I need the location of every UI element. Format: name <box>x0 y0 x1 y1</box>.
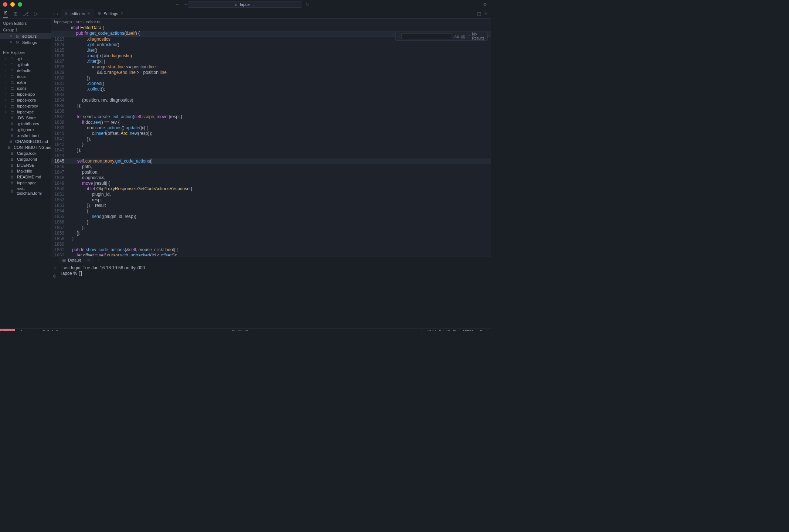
code-line[interactable]: 1842 } <box>51 142 491 147</box>
code-line[interactable]: 1841 }); <box>51 136 491 142</box>
open-editor-item[interactable]: ✕⚙Settings <box>0 39 51 45</box>
code-line[interactable]: 1827 .filter(|x| { <box>51 59 491 64</box>
code-line[interactable]: 1844 <box>51 153 491 158</box>
code-line[interactable]: 1861 pub fn show_code_actions(&self, mou… <box>51 247 491 253</box>
open-editor-item[interactable]: ✕🗎editor.rs <box>0 33 51 39</box>
code-line[interactable]: 1839 doc.code_actions().update(|c| { <box>51 125 491 131</box>
code-line[interactable]: 1857 }, <box>51 225 491 231</box>
code-line[interactable]: 1831 .cloned() <box>51 81 491 86</box>
folder-item[interactable]: ›🗀.github <box>0 62 51 68</box>
file-item[interactable]: 🗎CHANGELOG.md <box>0 139 51 144</box>
terminal-search-icon[interactable]: ⌕ <box>54 265 56 270</box>
close-window[interactable] <box>3 2 7 7</box>
code-line[interactable]: 1843 }); <box>51 147 491 153</box>
code-line[interactable]: 1837 let send = create_ext_action(self.s… <box>51 114 491 120</box>
folder-item[interactable]: ›🗀lapce-proxy <box>0 103 51 109</box>
file-item[interactable]: 🗎rust-toolchain.toml <box>0 186 51 196</box>
explorer-icon[interactable]: 🗎 <box>3 10 8 18</box>
tab-close-icon[interactable]: ✕ <box>120 11 123 16</box>
tab-prev[interactable]: ‹ <box>53 11 55 16</box>
whole-word-icon[interactable]: ab <box>461 34 465 38</box>
back-button[interactable]: ← <box>176 2 180 7</box>
run-button[interactable]: ▷ <box>306 2 309 7</box>
code-line[interactable]: 1845 self.common.proxy.get_code_actions( <box>51 158 491 164</box>
code-line[interactable]: 1860 <box>51 242 491 247</box>
code-line[interactable]: 1840 c.insert(offset, Arc::new(resp)); <box>51 131 491 136</box>
code-line[interactable]: 1851 plugin_id, <box>51 192 491 197</box>
folder-item[interactable]: ›🗀docs <box>0 74 51 79</box>
case-sensitive-icon[interactable]: Aa <box>454 34 459 38</box>
code-line[interactable]: 1846 path, <box>51 164 491 170</box>
git-branch-icon[interactable]: ⎇ <box>23 11 29 17</box>
cursor-position[interactable]: Ln 1844, Col 43, Char 67709 <box>418 330 476 331</box>
code-line[interactable]: 1836 <box>51 109 491 114</box>
editor-tab[interactable]: 🗎editor.rs✕ <box>61 9 94 18</box>
code-line[interactable]: 1853 }) = result <box>51 203 491 208</box>
code-line[interactable]: 1824 .get_untracked() <box>51 42 491 48</box>
find-prev-icon[interactable]: ↑ <box>487 34 489 38</box>
code-line[interactable]: 1834 (position, rev, diagnostics) <box>51 98 491 103</box>
debug-icon[interactable]: ▷ <box>34 11 38 17</box>
command-search[interactable]: ⌕ lapce ⌄ <box>188 1 302 8</box>
code-line[interactable]: 1832 .collect(); <box>51 86 491 92</box>
terminal-tab-close[interactable]: ✕ <box>87 258 90 263</box>
folder-item[interactable]: ›🗀lapce-rpc <box>0 109 51 115</box>
terminal-tab[interactable]: ▣ Default ✕ <box>58 257 94 263</box>
code-editor[interactable]: 1823 .diagnostics1824 .get_untracked()18… <box>51 37 491 256</box>
panel-toggle-left-icon[interactable]: ◧ <box>231 329 235 331</box>
code-line[interactable]: 1847 position, <box>51 170 491 175</box>
breadcrumb-seg[interactable]: lapce-app <box>54 20 72 24</box>
find-expand-icon[interactable]: › <box>398 34 399 38</box>
code-line[interactable]: 1854 { <box>51 208 491 214</box>
close-all-icon[interactable]: ✕ <box>484 11 488 16</box>
tab-close-icon[interactable]: ✕ <box>87 11 90 16</box>
editor-tab[interactable]: ⚙Settings✕ <box>94 9 127 18</box>
folder-item[interactable]: ›🗀defaults <box>0 68 51 74</box>
breadcrumb-seg[interactable]: editor.rs <box>86 20 100 24</box>
terminal-stop-icon[interactable]: ⊘ <box>53 273 57 279</box>
panel-toggle-bottom-icon[interactable]: ⬓ <box>238 329 242 331</box>
language[interactable]: Rust <box>476 330 491 331</box>
file-item[interactable]: 🗎Cargo.toml <box>0 156 51 162</box>
code-line[interactable]: 1859 } <box>51 236 491 242</box>
code-line[interactable]: 1852 resp, <box>51 197 491 203</box>
code-line[interactable]: 1826 .map(|x| &x.diagnostic) <box>51 53 491 59</box>
file-item[interactable]: 🗎Makefile <box>0 168 51 174</box>
code-line[interactable]: 1855 send((plugin_id, resp)) <box>51 214 491 219</box>
breadcrumb[interactable]: lapce-app› src› editor.rs <box>51 18 491 25</box>
diagnostics[interactable]: ⊘0 ⚠0 <box>39 329 61 331</box>
settings-button[interactable]: ⚙ <box>483 2 487 7</box>
folder-item[interactable]: ›🗀icons <box>0 85 51 91</box>
folder-item[interactable]: ›🗀extra <box>0 79 51 85</box>
code-line[interactable]: 1835 }); <box>51 103 491 109</box>
file-item[interactable]: 🗎.gitignore <box>0 127 51 133</box>
folder-item[interactable]: ›🗀lapce-app <box>0 91 51 97</box>
close-icon[interactable]: ✕ <box>10 40 13 44</box>
code-line[interactable]: 1848 diagnostics, <box>51 175 491 181</box>
panel-toggle-right-icon[interactable]: ◨ <box>245 329 248 331</box>
file-item[interactable]: 🗎.DS_Store <box>0 115 51 121</box>
code-line[interactable]: 1850 if let Ok(ProxyResponse::GetCodeAct… <box>51 186 491 192</box>
plugins-icon[interactable]: ⊞ <box>13 11 18 17</box>
tab-next[interactable]: › <box>57 11 58 16</box>
file-item[interactable]: 🗎CONTRIBUTING.md <box>0 144 51 150</box>
file-item[interactable]: 🗎Cargo.lock <box>0 150 51 156</box>
code-line[interactable]: 1838 if doc.rev() == rev { <box>51 120 491 125</box>
folder-item[interactable]: ›🗀lapce-core <box>0 97 51 103</box>
code-line[interactable]: 1862 let offset = self.cursor.with_untra… <box>51 253 491 256</box>
split-icon[interactable]: ◫ <box>477 11 481 16</box>
minimize-window[interactable] <box>10 2 15 7</box>
file-item[interactable]: 🗎README.md <box>0 174 51 180</box>
terminal-content[interactable]: Last login: Tue Jan 16 18:19:56 on ttys0… <box>58 264 491 328</box>
file-item[interactable]: 🗎.gitattributes <box>0 121 51 127</box>
code-line[interactable]: 1856 } <box>51 219 491 225</box>
find-input[interactable] <box>401 33 452 39</box>
code-line[interactable]: 1830 }) <box>51 75 491 81</box>
code-line[interactable]: 1833 <box>51 92 491 98</box>
file-item[interactable]: 🗎lapce.spec <box>0 180 51 186</box>
code-line[interactable]: 1849 move |result| { <box>51 181 491 186</box>
breadcrumb-seg[interactable]: src <box>76 20 82 24</box>
code-line[interactable]: 1829 && x.range.end.line >= position.lin… <box>51 70 491 75</box>
file-item[interactable]: 🗎LICENSE <box>0 162 51 168</box>
code-line[interactable]: 1828 x.range.start.line <= position.line <box>51 64 491 70</box>
